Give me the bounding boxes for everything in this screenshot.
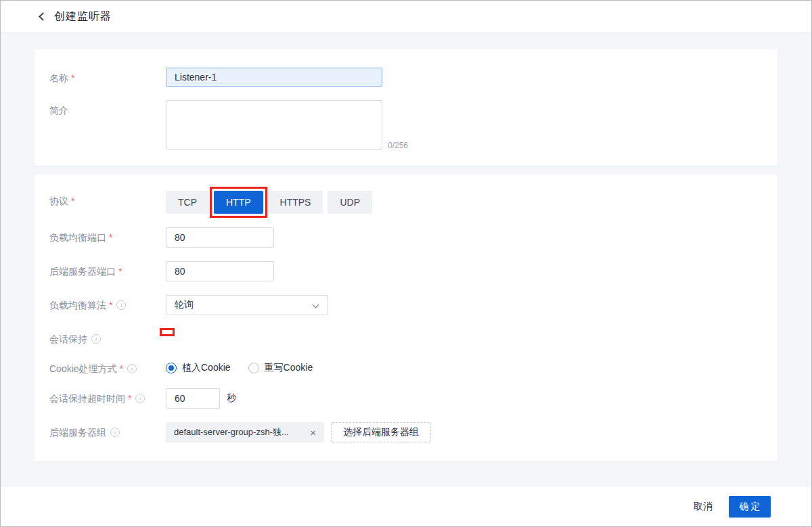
radio-selected-icon xyxy=(166,363,177,373)
info-icon[interactable] xyxy=(135,394,145,403)
backend-port-label: 后端服务器端口 xyxy=(49,261,166,281)
page-body: 名称 简介 0/256 协议 xyxy=(1,33,811,486)
confirm-button[interactable]: 确定 xyxy=(729,496,771,518)
description-label: 简介 xyxy=(49,100,166,150)
cookie-mode-row: Cookie处理方式 植入Cookie 重写Cookie xyxy=(49,359,757,375)
session-timeout-input[interactable] xyxy=(166,388,220,409)
backend-port-row: 后端服务器端口 xyxy=(49,261,757,281)
info-icon[interactable] xyxy=(116,300,126,310)
page-title: 创建监听器 xyxy=(54,9,112,24)
lb-algorithm-select[interactable]: 轮询 xyxy=(166,295,328,315)
chevron-down-icon xyxy=(313,302,319,308)
protocol-option-https[interactable]: HTTPS xyxy=(268,191,323,214)
session-persistence-label: 会话保持 xyxy=(49,329,166,345)
name-input[interactable] xyxy=(166,68,382,87)
back-icon[interactable] xyxy=(39,12,47,21)
lb-algorithm-row: 负载均衡算法 轮询 xyxy=(49,295,757,315)
timeout-unit: 秒 xyxy=(227,388,236,405)
session-persistence-row: 会话保持 xyxy=(49,329,757,345)
footer-bar: 取消 确定 xyxy=(1,486,811,526)
radio-unselected-icon xyxy=(248,363,259,373)
protocol-option-http[interactable]: HTTP xyxy=(214,191,263,214)
cookie-mode-label: Cookie处理方式 xyxy=(49,359,166,375)
lb-algorithm-label: 负载均衡算法 xyxy=(49,295,166,315)
protocol-label: 协议 xyxy=(49,191,166,214)
radio-insert-cookie[interactable]: 植入Cookie xyxy=(166,362,231,374)
description-textarea[interactable] xyxy=(166,100,382,150)
name-label: 名称 xyxy=(49,68,166,87)
char-counter: 0/256 xyxy=(388,141,408,150)
listener-settings-card: 协议 TCP HTTP HTTPS UDP 负载均衡端口 xyxy=(35,175,777,461)
cancel-button[interactable]: 取消 xyxy=(685,495,721,518)
page-header: 创建监听器 xyxy=(1,1,811,33)
info-icon[interactable] xyxy=(110,428,120,437)
lb-port-label: 负载均衡端口 xyxy=(49,227,166,248)
toggle-knob xyxy=(154,334,164,344)
lb-port-input[interactable] xyxy=(166,227,274,248)
check-icon xyxy=(171,335,176,340)
select-server-group-button[interactable]: 选择后端服务器组 xyxy=(331,422,431,442)
protocol-option-udp[interactable]: UDP xyxy=(328,191,372,214)
info-icon[interactable] xyxy=(91,334,101,344)
protocol-option-tcp[interactable]: TCP xyxy=(166,191,209,214)
close-icon[interactable]: × xyxy=(310,428,316,438)
session-timeout-row: 会话保持超时时间 秒 xyxy=(49,388,757,409)
info-icon[interactable] xyxy=(127,364,137,373)
server-group-label: 后端服务器组 xyxy=(49,422,166,442)
lb-port-row: 负载均衡端口 xyxy=(49,227,757,248)
server-group-tag: default-server-group-zsh-独... × xyxy=(166,422,324,442)
protocol-row: 协议 TCP HTTP HTTPS UDP xyxy=(49,191,757,214)
server-group-row: 后端服务器组 default-server-group-zsh-独... × 选… xyxy=(49,422,757,442)
description-row: 简介 0/256 xyxy=(49,100,757,150)
create-listener-page: 创建监听器 名称 简介 0/256 xyxy=(0,0,812,527)
name-row: 名称 xyxy=(49,68,757,87)
basic-info-card: 名称 简介 0/256 xyxy=(35,49,777,166)
session-timeout-label: 会话保持超时时间 xyxy=(49,388,166,409)
radio-rewrite-cookie[interactable]: 重写Cookie xyxy=(248,362,313,374)
backend-port-input[interactable] xyxy=(166,261,274,281)
